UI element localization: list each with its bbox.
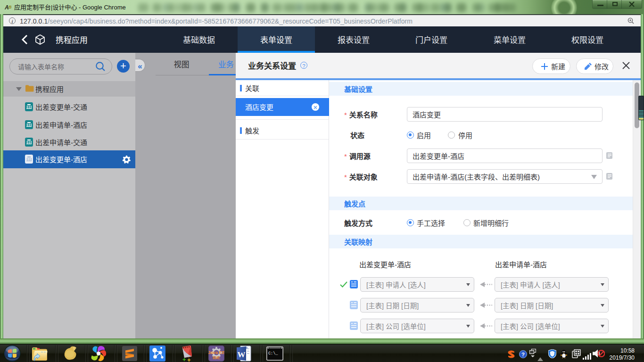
svg-text:B: B xyxy=(8,4,12,10)
svg-text:?: ? xyxy=(521,352,525,357)
